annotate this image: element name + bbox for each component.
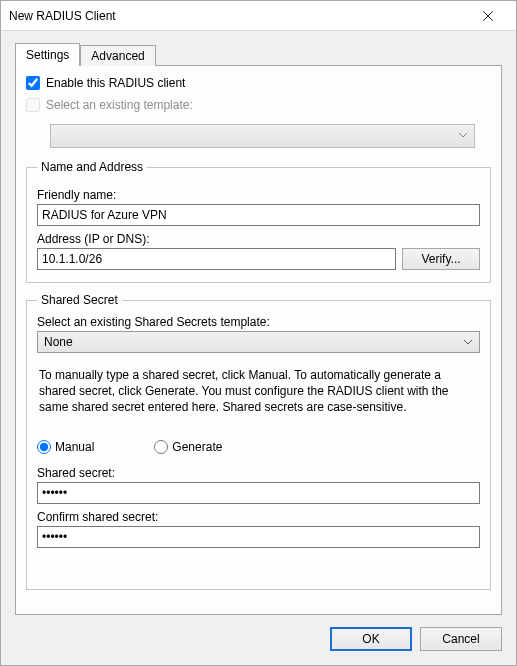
existing-template-row: Select an existing template: bbox=[26, 98, 491, 112]
existing-template-checkbox bbox=[26, 98, 40, 112]
secret-mode-row: Manual Generate bbox=[37, 440, 480, 454]
radio-generate-label: Generate bbox=[172, 440, 222, 454]
tab-settings-label: Settings bbox=[26, 48, 69, 62]
chevron-down-icon bbox=[463, 336, 473, 350]
chevron-down-icon bbox=[458, 129, 468, 143]
name-address-legend: Name and Address bbox=[37, 160, 147, 174]
shared-secret-help: To manually type a shared secret, click … bbox=[39, 367, 478, 416]
ok-button-label: OK bbox=[362, 632, 379, 646]
shared-secret-template-label: Select an existing Shared Secrets templa… bbox=[37, 315, 480, 329]
address-label: Address (IP or DNS): bbox=[37, 232, 480, 246]
ok-button[interactable]: OK bbox=[330, 627, 412, 651]
cancel-button[interactable]: Cancel bbox=[420, 627, 502, 651]
shared-secret-label: Shared secret: bbox=[37, 466, 480, 480]
enable-client-checkbox[interactable] bbox=[26, 76, 40, 90]
tab-advanced[interactable]: Advanced bbox=[80, 45, 155, 66]
tab-settings[interactable]: Settings bbox=[15, 43, 80, 66]
window-title: New RADIUS Client bbox=[9, 9, 468, 23]
tab-strip: Settings Advanced bbox=[15, 43, 502, 66]
name-address-group: Name and Address Friendly name: Address … bbox=[26, 160, 491, 283]
radio-manual-input[interactable] bbox=[37, 440, 51, 454]
friendly-name-input[interactable] bbox=[37, 204, 480, 226]
dialog-footer: OK Cancel bbox=[15, 615, 502, 651]
enable-client-label: Enable this RADIUS client bbox=[46, 76, 185, 90]
dialog-window: New RADIUS Client Settings Advanced Enab… bbox=[0, 0, 517, 666]
shared-secret-input[interactable] bbox=[37, 482, 480, 504]
shared-secret-group: Shared Secret Select an existing Shared … bbox=[26, 293, 491, 590]
shared-secret-template-value: None bbox=[44, 335, 73, 349]
shared-secret-template-select[interactable]: None bbox=[37, 331, 480, 353]
enable-client-row[interactable]: Enable this RADIUS client bbox=[26, 76, 491, 90]
shared-secret-legend: Shared Secret bbox=[37, 293, 122, 307]
radio-generate[interactable]: Generate bbox=[154, 440, 222, 454]
confirm-secret-input[interactable] bbox=[37, 526, 480, 548]
existing-template-label: Select an existing template: bbox=[46, 98, 193, 112]
friendly-name-label: Friendly name: bbox=[37, 188, 480, 202]
close-button[interactable] bbox=[468, 2, 508, 30]
radio-generate-input[interactable] bbox=[154, 440, 168, 454]
address-row: Verify... bbox=[37, 248, 480, 270]
cancel-button-label: Cancel bbox=[442, 632, 479, 646]
verify-button[interactable]: Verify... bbox=[402, 248, 480, 270]
radio-manual[interactable]: Manual bbox=[37, 440, 94, 454]
close-icon bbox=[483, 11, 493, 21]
radio-manual-label: Manual bbox=[55, 440, 94, 454]
dialog-body: Settings Advanced Enable this RADIUS cli… bbox=[1, 31, 516, 665]
verify-button-label: Verify... bbox=[421, 252, 460, 266]
tab-advanced-label: Advanced bbox=[91, 49, 144, 63]
existing-template-select bbox=[50, 124, 475, 148]
confirm-secret-label: Confirm shared secret: bbox=[37, 510, 480, 524]
titlebar: New RADIUS Client bbox=[1, 1, 516, 31]
tab-panel-settings: Enable this RADIUS client Select an exis… bbox=[15, 65, 502, 615]
address-input[interactable] bbox=[37, 248, 396, 270]
